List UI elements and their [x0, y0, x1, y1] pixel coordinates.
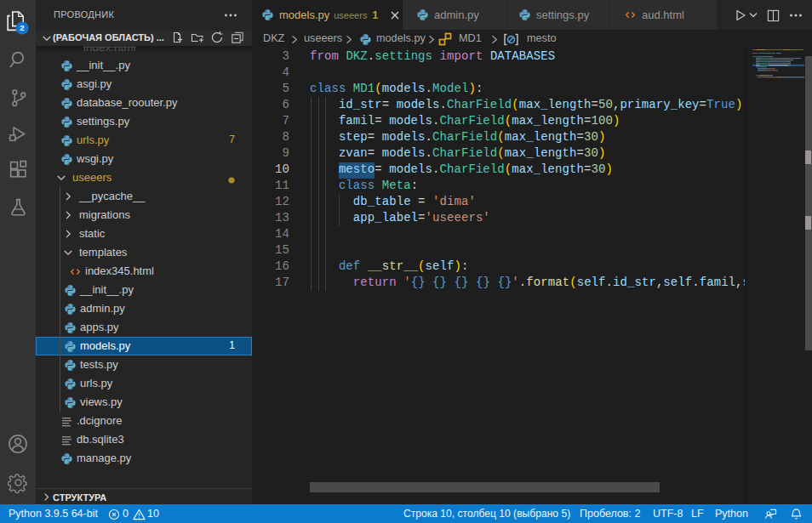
svg-text:2: 2 [20, 23, 24, 32]
